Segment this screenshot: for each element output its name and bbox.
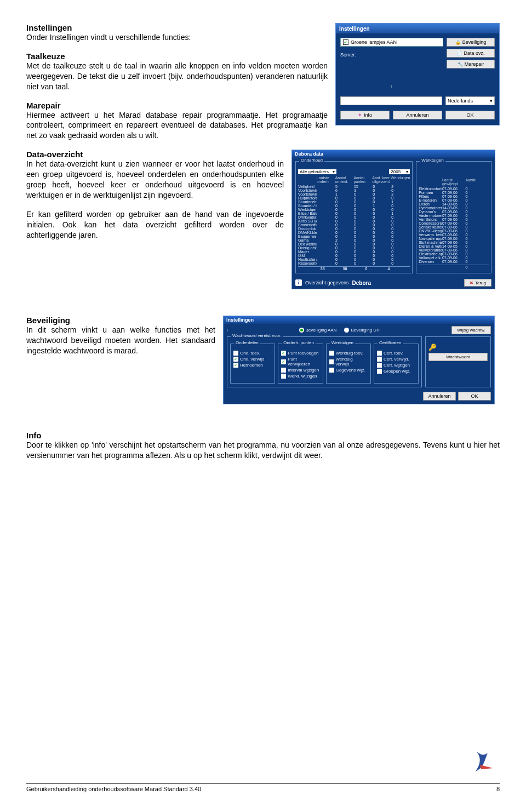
security-checkbox[interactable]: Werktuig verwijd. [329,357,368,367]
info-icon: ✦ [358,112,362,118]
table-totals: 355804 [298,267,410,271]
security-checkbox[interactable]: Gegevens wijz. [329,368,368,373]
checkbox-icon [281,368,286,373]
radio-beveiliging-uit[interactable]: Beveiliging UIT [344,328,380,333]
group-certificaten: Certificaten [378,340,403,345]
security-checkbox[interactable]: ✓Punt toevoegen [281,351,319,356]
ok-button[interactable]: OK [445,111,495,119]
heading-taalkeuze: Taalkeuze [26,52,328,61]
table-row: DNV/KI-klepgen07-09-060 [419,229,489,233]
overzicht-name: Debora [352,280,371,286]
debora-window: Debora data Onderhoud Alle gebruikers▾ 2… [291,150,495,289]
security-checkbox[interactable]: ✓Hernoemen [233,363,272,368]
security-checkbox[interactable]: Interval wijzigen [281,368,319,373]
table-row: Sluit machines07-09-060 [419,241,489,244]
table-row: Drinkwatersyst.0000 [298,215,410,219]
table-row: Werktuigen0000 [298,208,410,211]
table-row: Lieren14-09-050 [419,202,489,206]
table-row: Dynamo's07-09-060 [419,210,489,214]
table-row: Mager0000 [298,250,410,254]
dataovz-button[interactable]: Data ovz. [447,49,495,58]
close-button[interactable]: ✖Terug [464,279,491,287]
table-row: Verwarm. ketels07-09-060 [419,233,489,237]
text-dataovz2: Er kan gefilterd worden op gebruiker aan… [26,209,284,241]
language-value: Nederlands [448,98,473,104]
language-select[interactable]: Nederlands ▾ [445,96,495,105]
security-checkbox[interactable]: Groepen wijz. [377,369,415,374]
checkbox-icon [233,351,238,356]
security-checkbox[interactable]: Cert. wijzigen [377,363,415,368]
year-select[interactable]: 2005▾ [389,169,410,174]
security-checkbox[interactable]: ✓Punt verwijderen [281,357,319,367]
security-window: Instellingen i Beveiliging AAN Beveiligi… [223,316,495,404]
chevron-down-icon: ▾ [490,98,493,104]
checkbox-icon [329,359,334,364]
table-row: Filters07-09-060 [419,195,489,198]
table-row: Bilge / Ballast0001 [298,211,410,215]
window-title: Instellingen [336,24,499,33]
heading-marepair: Marepair [26,101,328,110]
security-checkbox[interactable]: Ond. toev. [233,351,272,356]
checkbox-icon [377,363,382,368]
group-werktuigen: Werktuigen [330,340,355,345]
security-checkbox[interactable]: Cert. verwijd. [377,357,415,362]
server-field[interactable] [340,96,442,105]
security-checkbox[interactable]: Werkl. wijzigen [281,374,319,379]
table-row: Elektromotorieten07-09-060 [419,187,489,191]
checkbox-icon: ✓ [233,357,238,362]
table-row: DNV/KI-klepgen0000 [298,231,410,235]
wijzig-wachtw-button[interactable]: Wijzig wachtw. [451,326,491,334]
text-taalkeuze: Met de taalkeuze stelt u de taal in waar… [26,61,328,92]
checkbox-groene-lampjes[interactable]: ✓ Groene lampjes AAN [340,38,443,47]
beveiliging-button[interactable]: Beveiliging [447,38,495,47]
wrench-icon [458,61,463,67]
group-onderh-punten: Onderh. punten [282,340,316,345]
cancel-button[interactable]: Annuleren [423,392,456,401]
ok-button[interactable]: OK [458,392,491,401]
group-werktuigen: Werktuigen [420,158,445,163]
onderhoud-table: Laatste onderh.Aantal onderd.Aantal punt… [298,176,410,271]
group-onderdelen: Onderdelen [234,340,260,345]
table-row: Vallongel afk.07-09-060 [419,256,489,260]
window-title: Debora data [292,150,495,158]
table-row: Bagger werktuigen0000 [298,235,410,238]
table-row: E-motoren07-09-060 [419,198,489,202]
table-row: Voortstuwing SB6300 [298,188,410,192]
checkbox-label: Groene lampjes AAN [351,39,397,45]
table-row: Dek werktuigen0000 [298,242,410,246]
table-row: Ventilators07-09-060 [419,218,489,221]
security-checkbox[interactable]: ✓Ond. verwijd. [233,357,272,362]
checkbox-icon [329,351,334,356]
security-checkbox[interactable]: Cert. toev. [377,351,415,356]
text-instellingen-sub: Onder Instellingen vindt u verschillende… [26,32,328,43]
cancel-button[interactable]: Annuleren [393,111,442,119]
footer-text: Gebruikershandleiding onderhoudssoftware… [26,786,201,792]
checkbox-icon [329,368,334,373]
security-checkbox[interactable]: Werktuig toev. [329,351,368,356]
radio-beveiliging-aan[interactable]: Beveiliging AAN [299,328,337,333]
table-row: Stuurinrichting0001 [298,200,410,204]
table-row: Hulpmotoren0000 [298,196,410,200]
table-row: Gama2000 [298,238,410,242]
info-button[interactable]: ✦Info [340,111,390,119]
user-filter-select[interactable]: Alle gebruikers▾ [298,169,336,174]
checkbox-icon: ✓ [233,363,238,368]
table-row: Nautische app.0000 [298,258,410,261]
checkbox-icon [377,351,382,356]
radio-on-icon [299,328,304,333]
heading-beveiliging: Beveiliging [26,316,215,325]
radio-off-icon [344,328,349,333]
table-row: Veiligheid55502 [298,185,410,188]
marepair-button[interactable]: Marepair [447,60,495,68]
table-row: ISM0000 [298,254,410,258]
marad-logo [469,748,495,775]
text-beveiliging: In dit scherm vinkt u aan welke functies… [26,325,215,356]
wachtwoord-button[interactable]: Wachtwoord [428,353,488,361]
table-row: Vuilverbrander07-09-060 [419,248,489,252]
checkbox-icon: ✓ [281,351,286,356]
group-onderhoud: Onderhoud [299,158,324,163]
overzicht-label: Overzicht gegevens [305,280,349,285]
table-row: Schakelkasten07-09-060 [419,225,489,229]
heading-instellingen: Instellingen [26,23,328,32]
checkbox-icon [281,374,286,379]
